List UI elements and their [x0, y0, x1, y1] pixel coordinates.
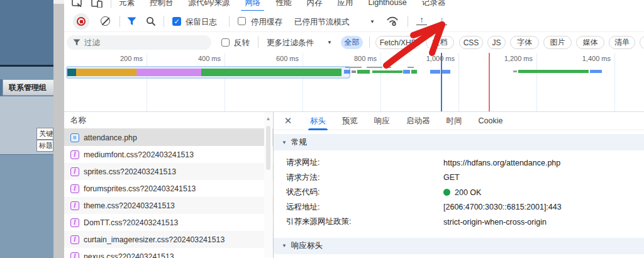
request-row[interactable]: / nexus.css?202403241513 — [64, 248, 273, 258]
tab-response[interactable]: 响应 — [366, 112, 398, 130]
tick-400ms: 400 ms — [170, 55, 221, 62]
tab-timing[interactable]: 时间 — [438, 112, 470, 130]
request-row[interactable]: / theme.css?202403241513 — [64, 197, 273, 214]
request-url-value[interactable]: https://hdfans.org/attendance.php — [443, 159, 560, 167]
tab-sources[interactable]: 源代码/来源 — [181, 0, 238, 11]
tab-application[interactable]: 应用 — [330, 0, 360, 11]
chip-media[interactable]: 媒体 — [576, 36, 604, 49]
toolbar-divider — [164, 16, 164, 27]
chip-css[interactable]: CSS — [459, 36, 483, 49]
clear-network-log-button[interactable] — [101, 16, 110, 26]
tab-recorder[interactable]: 记录器 — [414, 0, 453, 11]
close-icon[interactable]: ✕ — [283, 115, 293, 126]
screenshot-stage: 联系管理组 关键 标题 — [0, 0, 644, 258]
request-method-value: GET — [443, 173, 460, 182]
chip-all[interactable]: 全部 — [341, 36, 363, 49]
record-network-log-button[interactable] — [73, 13, 89, 30]
timeline-dash — [385, 67, 391, 68]
referrer-policy-value: strict-origin-when-cross-origin — [443, 218, 547, 227]
general-row-remote-address: 远程地址: [2606:4700:3030::6815:2001]:443 — [274, 200, 644, 215]
request-list-header[interactable]: 名称 — [64, 112, 273, 129]
chip-fetch-xhr[interactable]: Fetch/XHR — [375, 36, 421, 49]
clear-icon — [101, 16, 110, 26]
tab-preview[interactable]: 预览 — [334, 112, 366, 130]
page-lower-band — [0, 154, 53, 258]
tab-memory[interactable]: 内存 — [299, 0, 330, 11]
request-row[interactable]: / forumsprites.css?202403241513 — [64, 180, 273, 197]
chip-ws[interactable]: WS — [640, 36, 644, 49]
chip-img[interactable]: 图片 — [543, 36, 572, 49]
tab-console[interactable]: 控制台 — [142, 0, 181, 11]
tab-label: 元素 — [119, 0, 135, 8]
active-tab-underline — [308, 128, 328, 130]
keyword-field[interactable]: 关键 — [36, 128, 53, 140]
tab-label: 预览 — [342, 116, 358, 126]
preserve-log-checkbox[interactable]: ✓ — [172, 17, 181, 26]
stylesheet-file-icon: / — [70, 201, 79, 210]
tab-performance[interactable]: 性能 — [268, 0, 299, 11]
filter-input-pill[interactable] — [67, 35, 211, 50]
throttling-caret-icon[interactable]: ▼ — [370, 19, 375, 25]
chip-label: 全部 — [345, 37, 360, 48]
request-name: nexus.css?202403241513 — [84, 252, 174, 258]
tab-label: 启动器 — [406, 116, 430, 126]
request-row[interactable]: / curtain_imageresizer.css?202403241513 — [64, 231, 273, 248]
response-headers-section-header[interactable]: ▼ 响应标头 — [274, 238, 644, 254]
chip-js[interactable]: JS — [487, 36, 506, 49]
chip-manifest[interactable]: 清单 — [609, 36, 635, 49]
request-name: sprites.css?202403241513 — [84, 167, 176, 176]
request-row[interactable]: / mediumfont.css?202403241513 — [64, 146, 273, 163]
invert-checkbox[interactable] — [221, 38, 230, 47]
more-filters-dropdown[interactable]: 更多过滤条件 — [267, 38, 314, 48]
filter-toggle-icon[interactable] — [127, 17, 136, 26]
inspect-element-icon[interactable] — [72, 0, 83, 8]
network-conditions-icon[interactable] — [386, 16, 399, 27]
filter-input[interactable] — [84, 38, 191, 47]
request-row[interactable]: / sprites.css?202403241513 — [64, 163, 273, 180]
tab-label: 响应 — [374, 116, 390, 126]
tab-network[interactable]: 网络 — [237, 0, 268, 11]
request-list-scrollbar[interactable]: ▲ — [264, 112, 272, 258]
record-icon — [77, 17, 86, 26]
search-icon[interactable] — [146, 16, 156, 26]
scroll-up-icon[interactable]: ▲ — [264, 116, 272, 121]
chip-font[interactable]: 字体 — [510, 36, 539, 49]
request-row-attendance[interactable]: ≡ attendance.php — [64, 129, 273, 146]
throttling-select[interactable]: 已停用节流模式 — [294, 17, 350, 28]
tab-lighthouse[interactable]: Lighthouse — [360, 0, 414, 11]
network-overview-timeline[interactable]: 200 ms 400 ms 600 ms 800 ms 1,000 ms 1,2… — [64, 53, 644, 112]
status-ok-dot-icon — [443, 189, 450, 196]
scrollbar-thumb[interactable] — [266, 126, 270, 170]
title-label: 标题 — [39, 141, 53, 150]
title-field[interactable]: 标题 — [36, 140, 53, 152]
device-toolbar-icon[interactable] — [91, 0, 103, 8]
general-section-header[interactable]: ▼ 常规 — [274, 134, 644, 150]
chip-doc[interactable]: 文档 — [426, 36, 454, 49]
stylesheet-file-icon: / — [70, 218, 79, 227]
export-har-icon[interactable]: ↓ — [436, 16, 447, 25]
tab-initiator[interactable]: 启动器 — [398, 112, 438, 130]
contact-admin-label: 联系管理组 — [9, 82, 47, 93]
tab-label: 标头 — [310, 116, 326, 126]
timeline-seg-gray — [352, 70, 356, 73]
tab-cookie[interactable]: Cookie — [470, 112, 511, 130]
preserve-log-label: 保留日志 — [186, 17, 217, 28]
gridline — [225, 53, 225, 112]
stylesheet-file-icon: / — [70, 150, 79, 159]
stylesheet-file-icon: / — [70, 235, 79, 244]
timeline-seg-green — [411, 70, 417, 74]
load-event-marker — [489, 53, 490, 112]
more-filters-caret-icon[interactable]: ▼ — [327, 40, 332, 45]
invert-label: 反转 — [234, 38, 250, 48]
import-har-icon[interactable]: ↑ — [416, 16, 427, 25]
contact-admin-tab[interactable]: 联系管理组 — [3, 79, 53, 96]
tab-elements[interactable]: 元素 — [111, 0, 142, 11]
request-name: attendance.php — [84, 133, 137, 142]
disable-cache-checkbox[interactable] — [238, 17, 246, 25]
kv-label: 状态代码: — [274, 187, 443, 198]
kv-label: 请求方法: — [274, 172, 443, 183]
request-row[interactable]: / DomTT.css?202403241513 — [64, 214, 273, 231]
page-scrollbar[interactable] — [53, 0, 64, 258]
timeline-seg-green — [372, 70, 402, 73]
tab-headers[interactable]: 标头 — [302, 112, 334, 130]
